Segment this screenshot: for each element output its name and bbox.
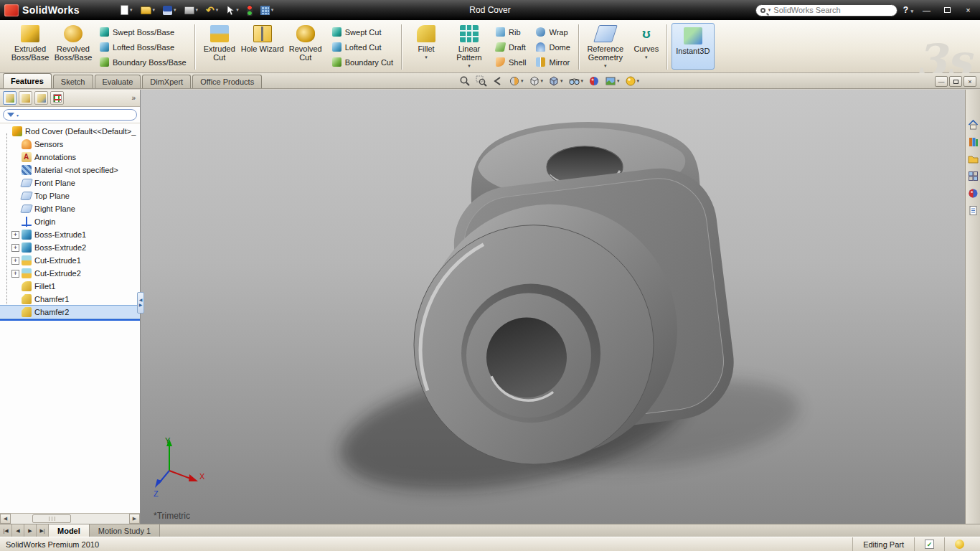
undo-button[interactable]: ↶▾ bbox=[204, 3, 220, 17]
new-document-button[interactable]: ▾ bbox=[119, 3, 134, 17]
configurationmanager-tab[interactable] bbox=[34, 91, 48, 105]
reference-geometry-button[interactable]: Reference Geometry▾ bbox=[582, 22, 629, 72]
tree-item[interactable]: + Boss-Extrude2 bbox=[0, 241, 140, 254]
zoom-to-area-button[interactable] bbox=[474, 75, 489, 88]
help-button[interactable]: ? ▾ bbox=[903, 5, 913, 15]
extruded-boss-button[interactable]: Extruded Boss/Base bbox=[9, 22, 52, 72]
search-box[interactable]: ▾ bbox=[755, 4, 897, 17]
next-tab-button[interactable]: ▶ bbox=[24, 524, 37, 537]
scroll-thumb[interactable] bbox=[32, 514, 71, 523]
tree-item[interactable]: Fillet1 bbox=[0, 280, 140, 293]
revolved-cut-button[interactable]: Revolved Cut bbox=[284, 22, 327, 72]
resource-pane[interactable] bbox=[944, 537, 974, 551]
doc-minimize-button[interactable]: — bbox=[935, 76, 948, 87]
tree-expander[interactable]: + bbox=[11, 244, 19, 252]
hide-show-items-button[interactable]: ▾ bbox=[567, 75, 585, 88]
edit-appearance-button[interactable] bbox=[587, 75, 601, 88]
scroll-left-button[interactable]: ◀ bbox=[0, 514, 11, 524]
dome-button[interactable]: Dome bbox=[531, 39, 575, 55]
file-explorer-tab[interactable] bbox=[967, 153, 979, 164]
close-button[interactable]: × bbox=[961, 4, 976, 17]
print-button[interactable]: ▾ bbox=[183, 3, 200, 17]
rebuild-button[interactable] bbox=[245, 3, 254, 17]
rollback-bar[interactable] bbox=[0, 319, 140, 321]
tab-evaluate[interactable]: Evaluate bbox=[95, 75, 141, 88]
scroll-right-button[interactable]: ▶ bbox=[129, 514, 140, 524]
tree-item[interactable]: Right Plane bbox=[0, 202, 140, 215]
curves-button[interactable]: Curves▾ bbox=[629, 22, 664, 72]
mirror-button[interactable]: Mirror bbox=[531, 55, 575, 70]
extruded-cut-button[interactable]: Extruded Cut bbox=[198, 22, 241, 72]
apply-scene-button[interactable]: ▾ bbox=[603, 75, 621, 88]
draft-button[interactable]: Draft bbox=[491, 39, 531, 55]
last-tab-button[interactable]: ▶| bbox=[37, 524, 49, 537]
panel-splitter-handle[interactable]: ◀▶ bbox=[137, 292, 144, 314]
minimize-button[interactable]: — bbox=[919, 4, 934, 17]
open-button[interactable]: ▾ bbox=[139, 3, 157, 17]
custom-properties-tab[interactable] bbox=[967, 204, 979, 216]
view-palette-tab[interactable] bbox=[967, 170, 979, 182]
doc-close-button[interactable]: × bbox=[963, 76, 976, 87]
graphics-viewport[interactable]: Y X Z *Trimetric bbox=[141, 90, 965, 524]
tree-item[interactable]: Origin bbox=[0, 215, 140, 228]
linear-pattern-button[interactable]: Linear Pattern▾ bbox=[448, 22, 491, 72]
panel-horizontal-scrollbar[interactable]: ◀ ▶ bbox=[0, 513, 140, 524]
doc-restore-button[interactable] bbox=[949, 76, 962, 87]
wrap-button[interactable]: Wrap bbox=[531, 24, 575, 39]
tab-features[interactable]: Features bbox=[3, 73, 52, 88]
propertymanager-tab[interactable] bbox=[19, 91, 32, 105]
hole-wizard-button[interactable]: Hole Wizard bbox=[241, 22, 284, 72]
tree-filter-input[interactable] bbox=[21, 111, 133, 119]
tree-item[interactable]: + Cut-Extrude1 bbox=[0, 254, 140, 267]
display-style-button[interactable]: ▾ bbox=[547, 75, 565, 88]
swept-cut-button[interactable]: Swept Cut bbox=[327, 24, 398, 39]
featuremanager-tab[interactable] bbox=[3, 91, 17, 105]
tree-filter-box[interactable]: ▾ bbox=[3, 109, 137, 121]
design-library-tab[interactable] bbox=[967, 136, 979, 147]
tree-item[interactable]: + Cut-Extrude2 bbox=[0, 267, 140, 280]
maximize-button[interactable] bbox=[940, 4, 955, 17]
tab-model[interactable]: Model bbox=[49, 524, 90, 537]
first-tab-button[interactable]: |◀ bbox=[0, 524, 12, 537]
tree-item[interactable]: Chamfer1 bbox=[0, 293, 140, 306]
boundary-boss-button[interactable]: Boundary Boss/Base bbox=[95, 55, 192, 70]
instant3d-button[interactable]: Instant3D bbox=[672, 23, 715, 70]
previous-view-button[interactable] bbox=[491, 75, 505, 88]
tree-expander[interactable]: + bbox=[11, 231, 19, 239]
appearances-scenes-tab[interactable] bbox=[967, 187, 979, 199]
tree-item[interactable]: Top Plane bbox=[0, 189, 140, 202]
select-tool-button[interactable]: ▾ bbox=[225, 3, 240, 17]
tab-dimxpert[interactable]: DimXpert bbox=[142, 75, 191, 88]
tree-item[interactable]: Material <not specified> bbox=[0, 164, 140, 176]
save-button[interactable]: ▾ bbox=[161, 3, 178, 17]
tree-expander[interactable]: + bbox=[11, 257, 19, 265]
lofted-boss-button[interactable]: Lofted Boss/Base bbox=[95, 39, 192, 55]
lofted-cut-button[interactable]: Lofted Cut bbox=[327, 39, 398, 55]
tree-item[interactable]: Rod Cover (Default<<Default>_ bbox=[0, 125, 140, 138]
fillet-button[interactable]: Fillet▾ bbox=[405, 22, 448, 72]
boundary-cut-button[interactable]: Boundary Cut bbox=[327, 55, 398, 70]
tree-item[interactable]: Annotations bbox=[0, 151, 140, 164]
tab-office-products[interactable]: Office Products bbox=[192, 75, 262, 88]
tree-item[interactable]: Sensors bbox=[0, 138, 140, 151]
revolved-boss-button[interactable]: Revolved Boss/Base bbox=[52, 22, 95, 72]
custom-properties-pane[interactable]: ✓ bbox=[914, 537, 944, 551]
swept-boss-button[interactable]: Swept Boss/Base bbox=[95, 24, 192, 39]
tree-item[interactable]: Chamfer2 bbox=[0, 306, 140, 319]
tree-item[interactable]: Front Plane bbox=[0, 176, 140, 189]
tab-sketch[interactable]: Sketch bbox=[53, 75, 93, 88]
tab-motion-study-1[interactable]: Motion Study 1 bbox=[90, 524, 160, 537]
shell-button[interactable]: Shell bbox=[491, 55, 531, 70]
tree-expander[interactable]: + bbox=[11, 270, 19, 278]
expand-panel-chevrons[interactable]: » bbox=[131, 94, 137, 102]
search-input[interactable] bbox=[773, 6, 892, 14]
rod-cover-part-3d-view[interactable] bbox=[141, 90, 965, 524]
zoom-fit-button[interactable] bbox=[458, 75, 472, 88]
solidworks-resources-tab[interactable] bbox=[967, 118, 979, 130]
view-settings-button[interactable]: ▾ bbox=[623, 75, 641, 88]
rib-button[interactable]: Rib bbox=[491, 24, 531, 39]
tree-item[interactable]: + Boss-Extrude1 bbox=[0, 228, 140, 241]
dimxpertmanager-tab[interactable] bbox=[50, 91, 64, 105]
view-orientation-button[interactable]: ▾ bbox=[527, 75, 545, 88]
section-view-button[interactable]: ▾ bbox=[507, 75, 525, 88]
